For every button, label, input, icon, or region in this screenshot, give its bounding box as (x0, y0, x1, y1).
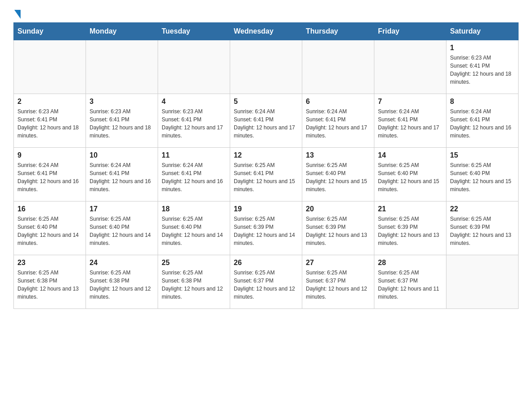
day-number: 26 (234, 259, 298, 267)
day-info: Sunrise: 6:23 AM Sunset: 6:41 PM Dayligh… (90, 107, 154, 140)
day-number: 25 (162, 259, 226, 267)
calendar-week-row: 2Sunrise: 6:23 AM Sunset: 6:41 PM Daylig… (14, 94, 519, 148)
calendar-week-row: 23Sunrise: 6:25 AM Sunset: 6:38 PM Dayli… (14, 255, 519, 309)
day-number: 21 (378, 205, 442, 213)
calendar-day-cell: 25Sunrise: 6:25 AM Sunset: 6:38 PM Dayli… (158, 255, 230, 309)
day-info: Sunrise: 6:25 AM Sunset: 6:39 PM Dayligh… (306, 215, 370, 247)
day-info: Sunrise: 6:25 AM Sunset: 6:40 PM Dayligh… (306, 161, 370, 193)
calendar-day-cell: 22Sunrise: 6:25 AM Sunset: 6:39 PM Dayli… (446, 201, 519, 255)
calendar-day-cell: 8Sunrise: 6:24 AM Sunset: 6:41 PM Daylig… (446, 94, 519, 148)
day-number: 24 (90, 259, 154, 267)
calendar-day-cell: 16Sunrise: 6:25 AM Sunset: 6:40 PM Dayli… (14, 201, 86, 255)
page-header (13, 9, 519, 18)
calendar-table: SundayMondayTuesdayWednesdayThursdayFrid… (13, 22, 519, 309)
calendar-week-row: 16Sunrise: 6:25 AM Sunset: 6:40 PM Dayli… (14, 201, 519, 255)
day-info: Sunrise: 6:23 AM Sunset: 6:41 PM Dayligh… (17, 107, 82, 140)
weekday-header-tuesday: Tuesday (158, 23, 230, 40)
calendar-day-cell: 24Sunrise: 6:25 AM Sunset: 6:38 PM Dayli… (86, 255, 158, 309)
day-number: 20 (306, 205, 370, 213)
day-number: 11 (162, 151, 226, 159)
day-number: 13 (306, 151, 370, 159)
calendar-week-row: 1Sunrise: 6:23 AM Sunset: 6:41 PM Daylig… (14, 40, 519, 94)
day-info: Sunrise: 6:23 AM Sunset: 6:41 PM Dayligh… (450, 54, 515, 86)
weekday-header-monday: Monday (86, 23, 158, 40)
day-info: Sunrise: 6:25 AM Sunset: 6:39 PM Dayligh… (234, 215, 298, 247)
calendar-day-cell: 2Sunrise: 6:23 AM Sunset: 6:41 PM Daylig… (14, 94, 86, 148)
day-number: 6 (306, 98, 370, 106)
day-info: Sunrise: 6:25 AM Sunset: 6:40 PM Dayligh… (17, 215, 82, 247)
calendar-day-cell: 1Sunrise: 6:23 AM Sunset: 6:41 PM Daylig… (446, 40, 519, 94)
calendar-day-cell (158, 40, 230, 94)
day-info: Sunrise: 6:25 AM Sunset: 6:39 PM Dayligh… (378, 215, 442, 247)
day-info: Sunrise: 6:25 AM Sunset: 6:40 PM Dayligh… (162, 215, 226, 247)
day-info: Sunrise: 6:24 AM Sunset: 6:41 PM Dayligh… (17, 161, 82, 193)
day-number: 16 (17, 205, 82, 213)
day-info: Sunrise: 6:24 AM Sunset: 6:41 PM Dayligh… (162, 161, 226, 193)
day-number: 2 (17, 98, 82, 106)
day-info: Sunrise: 6:25 AM Sunset: 6:38 PM Dayligh… (17, 269, 82, 301)
day-info: Sunrise: 6:24 AM Sunset: 6:41 PM Dayligh… (234, 107, 298, 140)
weekday-header-saturday: Saturday (446, 23, 519, 40)
calendar-week-row: 9Sunrise: 6:24 AM Sunset: 6:41 PM Daylig… (14, 148, 519, 201)
calendar-day-cell: 3Sunrise: 6:23 AM Sunset: 6:41 PM Daylig… (86, 94, 158, 148)
weekday-header-thursday: Thursday (302, 23, 374, 40)
calendar-day-cell: 14Sunrise: 6:25 AM Sunset: 6:40 PM Dayli… (374, 148, 446, 201)
calendar-header-row: SundayMondayTuesdayWednesdayThursdayFrid… (14, 23, 519, 40)
day-number: 15 (450, 151, 515, 159)
day-number: 23 (17, 259, 82, 267)
day-number: 17 (90, 205, 154, 213)
calendar-day-cell: 5Sunrise: 6:24 AM Sunset: 6:41 PM Daylig… (230, 94, 302, 148)
day-info: Sunrise: 6:25 AM Sunset: 6:37 PM Dayligh… (234, 269, 298, 301)
day-number: 27 (306, 259, 370, 267)
day-info: Sunrise: 6:25 AM Sunset: 6:37 PM Dayligh… (306, 269, 370, 301)
day-info: Sunrise: 6:24 AM Sunset: 6:41 PM Dayligh… (306, 107, 370, 140)
weekday-header-friday: Friday (374, 23, 446, 40)
day-number: 9 (17, 151, 82, 159)
day-info: Sunrise: 6:25 AM Sunset: 6:37 PM Dayligh… (378, 269, 442, 301)
day-info: Sunrise: 6:25 AM Sunset: 6:41 PM Dayligh… (234, 161, 298, 193)
day-number: 1 (450, 44, 515, 52)
calendar-day-cell: 13Sunrise: 6:25 AM Sunset: 6:40 PM Dayli… (302, 148, 374, 201)
calendar-day-cell: 7Sunrise: 6:24 AM Sunset: 6:41 PM Daylig… (374, 94, 446, 148)
day-number: 12 (234, 151, 298, 159)
calendar-day-cell: 19Sunrise: 6:25 AM Sunset: 6:39 PM Dayli… (230, 201, 302, 255)
logo-triangle-icon (14, 10, 21, 19)
day-number: 18 (162, 205, 226, 213)
calendar-day-cell: 26Sunrise: 6:25 AM Sunset: 6:37 PM Dayli… (230, 255, 302, 309)
day-number: 19 (234, 205, 298, 213)
calendar-day-cell: 17Sunrise: 6:25 AM Sunset: 6:40 PM Dayli… (86, 201, 158, 255)
day-info: Sunrise: 6:24 AM Sunset: 6:41 PM Dayligh… (378, 107, 442, 140)
calendar-day-cell (446, 255, 519, 309)
calendar-day-cell: 15Sunrise: 6:25 AM Sunset: 6:40 PM Dayli… (446, 148, 519, 201)
calendar-day-cell (14, 40, 86, 94)
calendar-day-cell: 11Sunrise: 6:24 AM Sunset: 6:41 PM Dayli… (158, 148, 230, 201)
calendar-day-cell (374, 40, 446, 94)
day-info: Sunrise: 6:25 AM Sunset: 6:38 PM Dayligh… (162, 269, 226, 301)
calendar-day-cell: 20Sunrise: 6:25 AM Sunset: 6:39 PM Dayli… (302, 201, 374, 255)
calendar-day-cell (230, 40, 302, 94)
day-number: 10 (90, 151, 154, 159)
calendar-day-cell: 10Sunrise: 6:24 AM Sunset: 6:41 PM Dayli… (86, 148, 158, 201)
weekday-header-wednesday: Wednesday (230, 23, 302, 40)
calendar-day-cell (86, 40, 158, 94)
day-number: 3 (90, 98, 154, 106)
logo (13, 9, 21, 18)
day-info: Sunrise: 6:25 AM Sunset: 6:39 PM Dayligh… (450, 215, 515, 247)
day-number: 4 (162, 98, 226, 106)
day-number: 8 (450, 98, 515, 106)
weekday-header-sunday: Sunday (14, 23, 86, 40)
calendar-day-cell: 28Sunrise: 6:25 AM Sunset: 6:37 PM Dayli… (374, 255, 446, 309)
day-number: 14 (378, 151, 442, 159)
day-info: Sunrise: 6:25 AM Sunset: 6:38 PM Dayligh… (90, 269, 154, 301)
calendar-day-cell: 27Sunrise: 6:25 AM Sunset: 6:37 PM Dayli… (302, 255, 374, 309)
day-info: Sunrise: 6:25 AM Sunset: 6:40 PM Dayligh… (378, 161, 442, 193)
calendar-day-cell: 18Sunrise: 6:25 AM Sunset: 6:40 PM Dayli… (158, 201, 230, 255)
day-info: Sunrise: 6:25 AM Sunset: 6:40 PM Dayligh… (90, 215, 154, 247)
calendar-day-cell (302, 40, 374, 94)
calendar-day-cell: 12Sunrise: 6:25 AM Sunset: 6:41 PM Dayli… (230, 148, 302, 201)
calendar-day-cell: 6Sunrise: 6:24 AM Sunset: 6:41 PM Daylig… (302, 94, 374, 148)
calendar-day-cell: 21Sunrise: 6:25 AM Sunset: 6:39 PM Dayli… (374, 201, 446, 255)
day-info: Sunrise: 6:24 AM Sunset: 6:41 PM Dayligh… (90, 161, 154, 193)
day-number: 22 (450, 205, 515, 213)
day-info: Sunrise: 6:23 AM Sunset: 6:41 PM Dayligh… (162, 107, 226, 140)
